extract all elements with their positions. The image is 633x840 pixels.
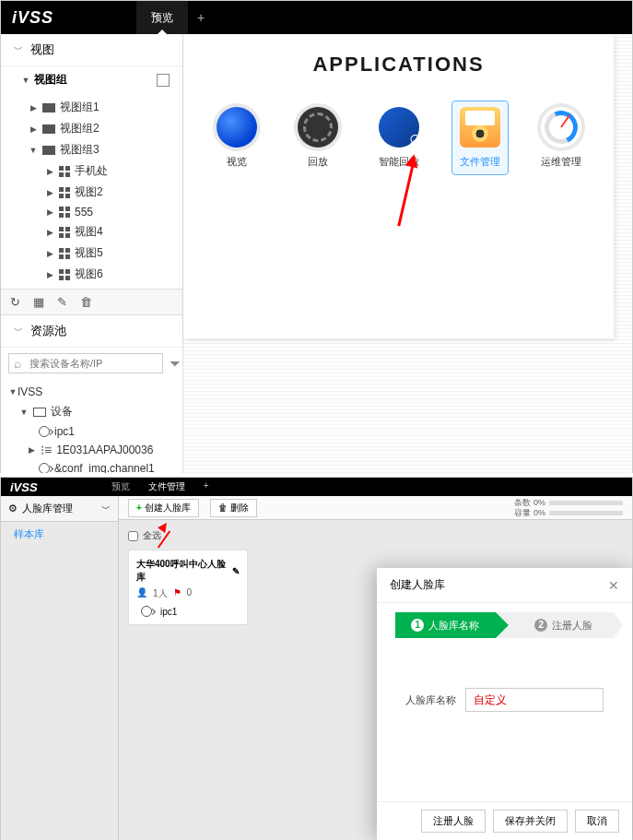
facelib-card[interactable]: 大华400呼叫中心人脸库✎ 👤1人⚑0 ipc1 [128,550,248,625]
register-face-button[interactable]: 注册人脸 [421,810,486,833]
caret-down-icon: ▼ [29,146,38,155]
tree-row[interactable]: ▼设备 [1,401,182,422]
dialog-body: 人脸库名称 [377,688,632,803]
sidebar-item-sample[interactable]: 样本库 [1,522,118,547]
tab-add[interactable]: + [204,480,209,493]
tab-file-manage[interactable]: 文件管理 [148,480,185,493]
content-toolbar: +创建人脸库 🗑删除 条数 0% 容量 0% [119,496,632,520]
device-icon [33,408,46,417]
face-lib-label: 人脸库管理 [22,502,73,515]
select-all-label: 全选 [143,529,161,542]
caret-right-icon: ▶ [27,445,36,455]
select-all-checkbox[interactable] [128,531,138,541]
folder-icon [42,103,55,112]
resource-section-header[interactable]: ﹀ 资源池 [1,315,182,348]
name-field-row: 人脸库名称 [405,688,604,712]
tree-row[interactable]: &conf_img.channel1 [1,459,182,473]
cancel-button[interactable]: 取消 [575,810,619,833]
filter-icon[interactable]: ⏷ [169,356,182,371]
tree-label: IVSS [18,385,42,398]
dots-icon: ⁝≡ [41,445,52,455]
toolbar-delete-icon[interactable]: 🗑 [80,295,92,309]
logo: iVSS [10,480,38,494]
apps-title: APPLICATIONS [183,53,614,77]
tree-row[interactable]: ▶手机处 [1,160,182,182]
grid-icon [59,207,70,218]
chevron-down-icon: ﹀ [14,43,23,56]
app-label: 回放 [296,155,340,169]
save-close-button[interactable]: 保存并关闭 [493,810,568,833]
app-smart-playback[interactable]: 智能回放 [370,101,428,175]
app-preview[interactable]: 视览 [208,101,265,175]
card-title: 大华400呼叫中心人脸库 [136,558,229,584]
ops-icon [541,107,581,148]
tree-row[interactable]: ▶555 [1,203,182,221]
sidebar: ⚙ 人脸库管理 ﹀ 样本库 [1,496,119,840]
name-input[interactable] [465,688,604,712]
tree-row[interactable]: ▶视图6 [1,264,182,285]
face-lib-header[interactable]: ⚙ 人脸库管理 ﹀ [1,496,118,522]
tree-row[interactable]: ▶视图组1 [1,97,182,118]
tab-preview[interactable]: 预览 [111,480,130,493]
create-facelib-button[interactable]: +创建人脸库 [128,499,199,517]
content-area: APPLICATIONS 视览 回放 智能回放 文件管理 运维管理 [183,34,632,473]
app-label: 文件管理 [458,155,502,169]
chevron-down-icon: ﹀ [101,503,111,515]
tree-row[interactable]: ▶视图2 [1,182,182,203]
tree-row[interactable]: ▼视图组3 [1,139,182,160]
tree-row[interactable]: ▶⁝≡1E031AAPAJ00036 [1,441,182,459]
layout-icon[interactable] [157,74,170,87]
step-number-icon: 2 [534,619,547,632]
view-section-header[interactable]: ﹀ 视图 [1,34,182,66]
delete-button[interactable]: 🗑删除 [210,499,257,517]
stats: 条数 0% 容量 0% [514,498,623,518]
apps-grid: 视览 回放 智能回放 文件管理 运维管理 [183,101,614,175]
step-2[interactable]: 2注册人脸 [496,612,615,638]
tree-label: 555 [75,206,93,219]
tree-row[interactable]: ▶视图5 [1,243,182,264]
progress-bar [549,511,623,515]
caret-down-icon: ▼ [8,387,18,396]
dialog-header: 创建人脸库 ✕ [377,568,632,603]
app-file-manage[interactable]: 文件管理 [451,101,509,175]
grid-icon [59,248,70,259]
preview-icon [217,107,257,148]
step-1[interactable]: 1人脸库名称 [395,612,496,638]
caret-right-icon: ▶ [45,167,54,176]
close-icon[interactable]: ✕ [608,578,619,593]
top-bar: iVSS 预览 文件管理 + [1,478,632,496]
tree-row[interactable]: ipc1 [1,422,182,441]
app-label: 运维管理 [539,155,583,169]
toolbar-add-icon[interactable]: ▦ [33,295,44,309]
folder-icon [42,146,55,155]
step-1-label: 人脸库名称 [428,619,479,633]
tree-label: 设备 [51,404,73,420]
tree-row[interactable]: ▶视图4 [1,221,182,243]
resource-section-label: 资源池 [30,323,66,339]
tree-row[interactable]: ▶视图组2 [1,118,182,139]
viewgroup-header[interactable]: ▼ 视图组 [1,66,182,93]
tab-preview[interactable]: 预览 [136,1,188,34]
view-section-label: 视图 [30,41,54,58]
edit-icon[interactable]: ✎ [232,566,240,576]
caret-right-icon: ▶ [45,270,54,279]
file-icon [460,107,500,148]
grid-icon [59,166,70,177]
camera-icon [141,606,152,617]
caret-right-icon: ▶ [45,207,54,217]
toolbar-edit-icon[interactable]: ✎ [57,295,67,309]
toolbar-refresh-icon[interactable]: ↻ [10,295,20,309]
select-all-row[interactable]: 全选 [128,529,623,542]
tree-row[interactable]: ▼IVSS [1,383,182,401]
search-row: ⏷ [1,348,182,379]
tab-add[interactable]: + [188,1,214,34]
tree-label: 视图组2 [60,121,100,136]
dialog-footer: 注册人脸 保存并关闭 取消 [377,801,632,840]
camera-icon [39,426,50,437]
steps: 1人脸库名称 2注册人脸 [395,612,614,638]
app-playback[interactable]: 回放 [289,101,346,175]
app-ops-manage[interactable]: 运维管理 [533,101,590,175]
name-field-label: 人脸库名称 [405,693,456,707]
card-title-row: 大华400呼叫中心人脸库✎ [136,558,240,584]
search-input[interactable] [8,353,163,373]
